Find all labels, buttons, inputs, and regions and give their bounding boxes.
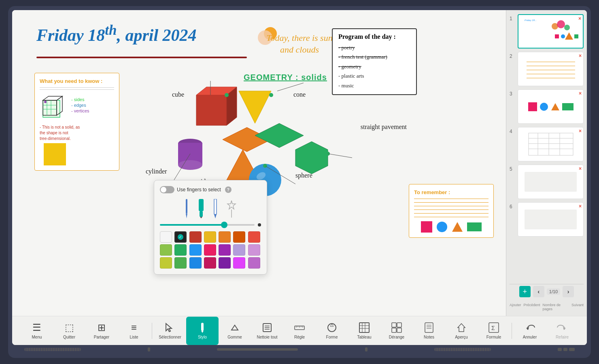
color-white[interactable] xyxy=(160,231,172,243)
apercu-icon xyxy=(456,322,467,333)
tool-tableau[interactable]: Tableau xyxy=(348,317,380,345)
thumb-card-3[interactable]: × xyxy=(518,89,584,124)
whiteboard[interactable]: Friday 18th, april 2024 Today, there is … xyxy=(12,10,506,316)
help-icon[interactable]: ? xyxy=(225,186,232,193)
thumb-svg-2 xyxy=(523,54,579,84)
pen-popup-header: Use fingers to select ? xyxy=(160,186,261,193)
add-label: Ajouter xyxy=(510,303,521,311)
tool-liste[interactable]: ≡ Liste xyxy=(118,317,150,345)
color-violet[interactable] xyxy=(233,257,245,269)
geo-title: GEOMETRY : solids xyxy=(154,73,417,82)
thumb-card-5[interactable]: × xyxy=(518,165,584,199)
color-green[interactable] xyxy=(174,244,187,256)
thumb-close-6[interactable]: × xyxy=(579,203,582,209)
tool-gomme[interactable]: Gomme xyxy=(219,317,251,345)
tool-formule[interactable]: Σ Formule xyxy=(478,317,510,345)
r-shape-4 xyxy=(467,222,482,231)
svg-point-10 xyxy=(44,101,47,103)
color-pink3[interactable] xyxy=(248,257,260,269)
add-page-btn[interactable]: + xyxy=(519,286,531,297)
thumb-svg-4 xyxy=(527,131,575,157)
remember-title: To remember : xyxy=(414,189,489,195)
tool-apercu[interactable]: Aperçu xyxy=(445,317,478,345)
formule-icon: Σ xyxy=(488,322,499,333)
color-yellow[interactable] xyxy=(204,231,216,243)
color-orange[interactable] xyxy=(219,231,231,243)
toggle-track[interactable] xyxy=(160,186,174,193)
thumb-close-2[interactable]: × xyxy=(579,53,582,59)
color-pink[interactable] xyxy=(204,244,216,256)
svg-rect-51 xyxy=(555,34,559,38)
slider-thumb[interactable] xyxy=(221,222,227,228)
svg-text:Σ: Σ xyxy=(491,325,495,331)
svg-rect-60 xyxy=(528,102,537,111)
regle-label: Règle xyxy=(294,335,305,339)
color-green2[interactable] xyxy=(174,257,187,269)
tool-nettoie[interactable]: Nettoie tout xyxy=(251,317,283,345)
color-pink2[interactable] xyxy=(204,257,216,269)
svg-rect-63 xyxy=(562,103,574,110)
color-black[interactable]: ✓ xyxy=(174,231,187,243)
notes-icon xyxy=(423,322,435,333)
color-purple2[interactable] xyxy=(219,257,231,269)
size-slider[interactable] xyxy=(160,223,261,226)
color-light-red[interactable] xyxy=(248,231,260,243)
menu-label: Menu xyxy=(32,335,42,339)
pen-tool-3[interactable] xyxy=(212,198,219,218)
tool-derange[interactable]: Dérange xyxy=(380,317,413,345)
color-lavender[interactable] xyxy=(248,244,260,256)
svg-marker-74 xyxy=(232,325,238,330)
tool-selectionner[interactable]: Sélectionner xyxy=(154,317,186,345)
thumb-card-4[interactable]: × xyxy=(518,127,584,161)
thumb-close-4[interactable]: × xyxy=(579,128,582,134)
color-dark-orange[interactable] xyxy=(233,231,245,243)
yellow-square xyxy=(44,143,66,165)
thumb-card-1[interactable]: × Friday 18... xyxy=(518,14,584,49)
tableau-icon xyxy=(359,322,370,333)
tool-menu[interactable]: ☰ Menu xyxy=(21,317,53,345)
color-light-green[interactable] xyxy=(160,244,172,256)
pen-tool-1[interactable] xyxy=(183,198,190,218)
pen-popup: Use fingers to select ? xyxy=(154,180,267,275)
color-light-purple[interactable] xyxy=(233,244,245,256)
next-page-btn[interactable]: › xyxy=(563,286,574,297)
thumb-num-4: 4 xyxy=(510,127,515,134)
label-cone: cone xyxy=(293,91,306,98)
annuler-icon xyxy=(524,322,535,333)
prev-page-btn[interactable]: ‹ xyxy=(533,286,544,297)
tool-forme[interactable]: Forme xyxy=(316,317,348,345)
pen-tool-2[interactable] xyxy=(197,198,206,218)
thumb-card-2[interactable]: × xyxy=(518,52,584,86)
thumb-close-1[interactable]: × xyxy=(578,16,581,21)
tool-partager[interactable]: ⊞ Partager xyxy=(85,317,118,345)
color-blue[interactable] xyxy=(189,244,202,256)
thumb-close-5[interactable]: × xyxy=(579,166,582,171)
thumb-svg-1: Friday 18... xyxy=(523,16,579,47)
thumb-card-6[interactable]: × xyxy=(518,202,584,237)
color-purple[interactable] xyxy=(219,244,231,256)
forme-icon xyxy=(326,322,338,333)
tool-refaire[interactable]: Refaire xyxy=(546,317,578,345)
color-blue2[interactable] xyxy=(189,257,202,269)
tool-quitter[interactable]: ⬚ Quitter xyxy=(53,317,85,345)
menu-icon: ☰ xyxy=(32,322,41,333)
thumb-close-3[interactable]: × xyxy=(579,91,582,96)
tool-notes[interactable]: Notes xyxy=(413,317,445,345)
tool-annuler[interactable]: Annuler xyxy=(514,317,546,345)
svg-point-49 xyxy=(557,20,565,28)
svg-rect-41 xyxy=(200,211,203,217)
svg-marker-45 xyxy=(227,201,236,209)
toggle-switch[interactable]: Use fingers to select xyxy=(160,186,221,193)
slider-track[interactable] xyxy=(160,224,255,226)
svg-line-29 xyxy=(277,83,304,91)
tool-stylo[interactable]: Stylo xyxy=(186,317,219,345)
tool-regle[interactable]: Règle xyxy=(283,317,316,345)
color-lime[interactable] xyxy=(160,257,172,269)
label-cube: cube xyxy=(172,91,184,98)
pen-tool-wand[interactable] xyxy=(225,198,238,218)
refaire-label: Refaire xyxy=(556,335,569,339)
toggle-thumb xyxy=(161,187,166,193)
stylo-icon xyxy=(197,322,208,333)
color-red[interactable] xyxy=(189,231,202,243)
r-line-1 xyxy=(414,199,489,199)
